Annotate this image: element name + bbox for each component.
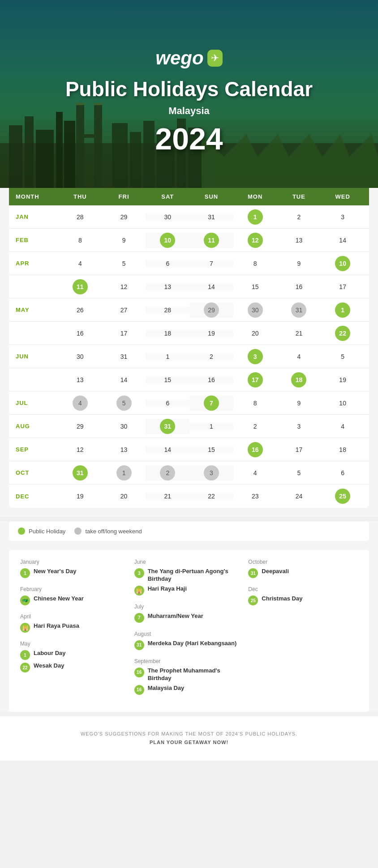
holiday-badge: 🕌 bbox=[134, 586, 144, 596]
month-label: JAN bbox=[13, 213, 58, 220]
month-group: May1Labour Day22Wesak Day bbox=[20, 641, 125, 672]
month-group-title: April bbox=[20, 613, 125, 620]
cal-cell: 11 bbox=[189, 233, 233, 248]
list-item: 16The Prophet Muhammad's Birthday bbox=[134, 667, 240, 682]
cal-cell: 6 bbox=[321, 469, 365, 477]
cal-cell: 31 bbox=[189, 213, 233, 221]
cal-cell: 13 bbox=[58, 376, 102, 383]
table-row: FEB891011121314 bbox=[9, 229, 369, 252]
cal-cell: 21 bbox=[277, 330, 321, 337]
holiday-name: Hari Raya Haji bbox=[148, 585, 187, 593]
legend-take-off: take off/long weekend bbox=[74, 528, 142, 535]
holiday-badge: 🐲 bbox=[20, 596, 30, 605]
cal-cell: 3 bbox=[277, 423, 321, 430]
cal-cell: 5 bbox=[102, 396, 146, 411]
cal-cell: 22 bbox=[189, 493, 233, 500]
cal-cell: 5 bbox=[321, 353, 365, 360]
list-item: 3The Yang di-Pertuan Agong's Birthday bbox=[134, 568, 240, 583]
cal-cell: 27 bbox=[102, 306, 146, 314]
cal-cell: 1 bbox=[189, 423, 233, 430]
holiday-name: The Yang di-Pertuan Agong's Birthday bbox=[148, 568, 240, 583]
cal-cell: 23 bbox=[233, 493, 277, 500]
cal-cell: 6 bbox=[146, 400, 189, 407]
month-label: DEC bbox=[13, 493, 58, 500]
list-item: 🕌Hari Raya Puasa bbox=[20, 622, 125, 633]
svg-rect-4 bbox=[56, 112, 63, 188]
month-group: August31Merdeka Day (Hari Kebangsaan) bbox=[134, 631, 240, 650]
cal-cell: 28 bbox=[58, 213, 102, 221]
holiday-name: Muharram/New Year bbox=[148, 613, 203, 620]
holiday-name: Labour Day bbox=[34, 650, 66, 657]
holidays-column: January1New Year's DayFebruary🐲Chinese N… bbox=[18, 559, 132, 703]
month-label: SEP bbox=[13, 446, 58, 453]
table-row: JUN303112345 bbox=[9, 345, 369, 368]
cal-cell: 1 bbox=[146, 353, 189, 360]
legend-take-off-label: take off/long weekend bbox=[85, 528, 142, 535]
table-row: 16171819202122 bbox=[9, 322, 369, 345]
cal-cell: 16 bbox=[189, 376, 233, 383]
legend-grey-dot bbox=[74, 528, 82, 535]
holiday-name: Merdeka Day (Hari Kebangsaan) bbox=[148, 640, 237, 647]
cal-cell: 5 bbox=[102, 260, 146, 267]
logo-plane-icon: ✈ bbox=[207, 50, 223, 67]
holiday-badge: 1 bbox=[20, 650, 30, 660]
month-group: January1New Year's Day bbox=[20, 559, 125, 578]
cal-cell: 4 bbox=[277, 353, 321, 360]
cal-cell: 14 bbox=[102, 376, 146, 383]
holiday-badge: 16 bbox=[134, 668, 144, 677]
cal-cell: 9 bbox=[277, 400, 321, 407]
list-item: 1Labour Day bbox=[20, 650, 125, 660]
cal-cell: 3 bbox=[233, 349, 277, 364]
cal-cell: 13 bbox=[277, 237, 321, 244]
cal-cell: 1 bbox=[321, 302, 365, 318]
page-header: wego ✈ Public Holidays Calendar Malaysia… bbox=[0, 0, 378, 188]
table-row: APR45678910 bbox=[9, 252, 369, 275]
month-label: FEB bbox=[13, 237, 58, 243]
cal-cell: 12 bbox=[102, 283, 146, 290]
cal-cell: 11 bbox=[58, 279, 102, 294]
cal-cell: 4 bbox=[321, 423, 365, 430]
svg-rect-2 bbox=[25, 116, 34, 188]
col-header-tue: TUE bbox=[277, 193, 321, 200]
holidays-column: October31DeepavaliDec25Christmas Day bbox=[246, 559, 360, 703]
cal-cell: 16 bbox=[58, 330, 102, 337]
month-group: July7Muharram/New Year bbox=[134, 604, 240, 623]
list-item: 31Deepavali bbox=[248, 568, 353, 578]
legend-green-dot bbox=[18, 528, 25, 535]
cal-cell: 7 bbox=[189, 260, 233, 267]
month-group: Dec25Christmas Day bbox=[248, 586, 353, 605]
cal-cell: 13 bbox=[102, 446, 146, 453]
holiday-badge: 16 bbox=[134, 685, 144, 695]
cal-cell: 8 bbox=[233, 260, 277, 267]
table-row: JUL45678910 bbox=[9, 391, 369, 415]
month-group: October31Deepavali bbox=[248, 559, 353, 578]
col-header-month: MONTH bbox=[13, 193, 58, 200]
month-group-title: May bbox=[20, 641, 125, 647]
holiday-badge: 🕌 bbox=[20, 623, 30, 633]
list-item: 🐲Chinese New Year bbox=[20, 595, 125, 605]
holiday-name: Deepavali bbox=[262, 568, 289, 575]
cal-cell: 16 bbox=[277, 283, 321, 290]
month-label: JUL bbox=[13, 400, 58, 406]
table-row: SEP12131415161718 bbox=[9, 438, 369, 461]
cal-cell: 4 bbox=[233, 469, 277, 477]
cal-cell: 20 bbox=[233, 330, 277, 337]
cal-cell: 21 bbox=[146, 493, 189, 500]
cal-cell: 9 bbox=[277, 260, 321, 267]
year-display: 2024 bbox=[155, 123, 223, 154]
cal-cell: 17 bbox=[321, 283, 365, 290]
cal-cell: 31 bbox=[146, 419, 189, 434]
holiday-badge: 7 bbox=[134, 613, 144, 623]
cal-cell: 8 bbox=[58, 237, 102, 244]
cal-cell: 15 bbox=[146, 376, 189, 383]
month-group-title: February bbox=[20, 586, 125, 592]
month-group-title: July bbox=[134, 604, 240, 610]
table-row: 13141516171819 bbox=[9, 368, 369, 391]
table-row: AUG2930311234 bbox=[9, 415, 369, 438]
holidays-column: June3The Yang di-Pertuan Agong's Birthda… bbox=[132, 559, 246, 703]
cal-cell: 18 bbox=[321, 446, 365, 453]
legend-public-holiday: Public Holiday bbox=[18, 528, 65, 535]
list-item: 31Merdeka Day (Hari Kebangsaan) bbox=[134, 640, 240, 650]
cal-cell: 13 bbox=[146, 283, 189, 290]
cal-cell: 31 bbox=[277, 302, 321, 318]
